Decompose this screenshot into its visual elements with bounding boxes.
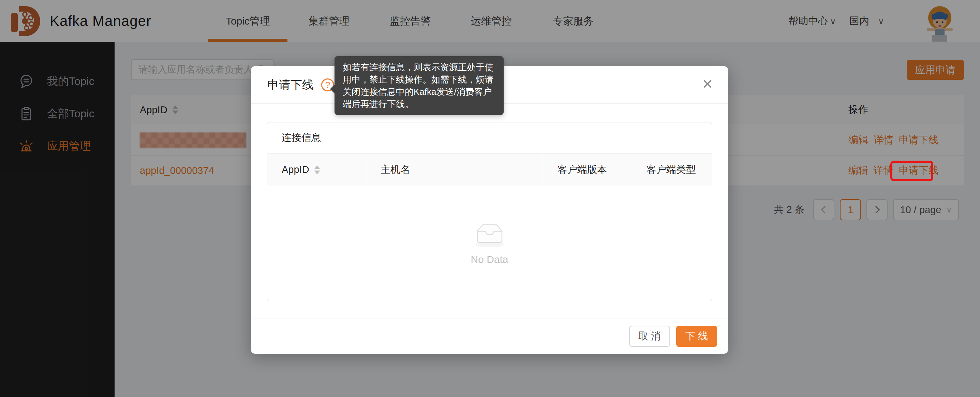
modal-client-version-column-header: 客户端版本 bbox=[543, 153, 632, 186]
offline-help-tooltip: 如若有连接信息，则表示资源正处于使用中，禁止下线操作。如需下线，烦请关闭连接信息… bbox=[334, 56, 504, 115]
modal-appid-column-header[interactable]: AppID bbox=[267, 153, 366, 186]
sort-carets-icon[interactable] bbox=[314, 166, 320, 174]
modal-table-header-row: AppID 主机名 客户端版本 客户端类型 bbox=[267, 153, 712, 186]
modal-title: 申请下线 bbox=[267, 77, 314, 93]
modal-footer: 取 消 下 线 bbox=[251, 319, 728, 354]
close-icon[interactable]: × bbox=[697, 74, 718, 94]
connection-info-panel: 连接信息 AppID 主机名 客户端版本 客户端类型 No Data bbox=[267, 122, 712, 301]
empty-box-icon bbox=[473, 222, 507, 248]
modal-hostname-column-header: 主机名 bbox=[366, 153, 543, 186]
empty-state: No Data bbox=[267, 186, 712, 300]
app-root: Kafka Manager Topic管理 集群管理 监控告警 运维管控 专家服… bbox=[0, 0, 980, 397]
modal-client-type-column-header: 客户端类型 bbox=[632, 153, 712, 186]
annotation-highlight-box bbox=[890, 161, 933, 181]
connection-info-title: 连接信息 bbox=[267, 123, 712, 153]
offline-confirm-button[interactable]: 下 线 bbox=[676, 326, 717, 347]
no-data-text: No Data bbox=[471, 254, 508, 265]
cancel-button[interactable]: 取 消 bbox=[629, 326, 670, 347]
